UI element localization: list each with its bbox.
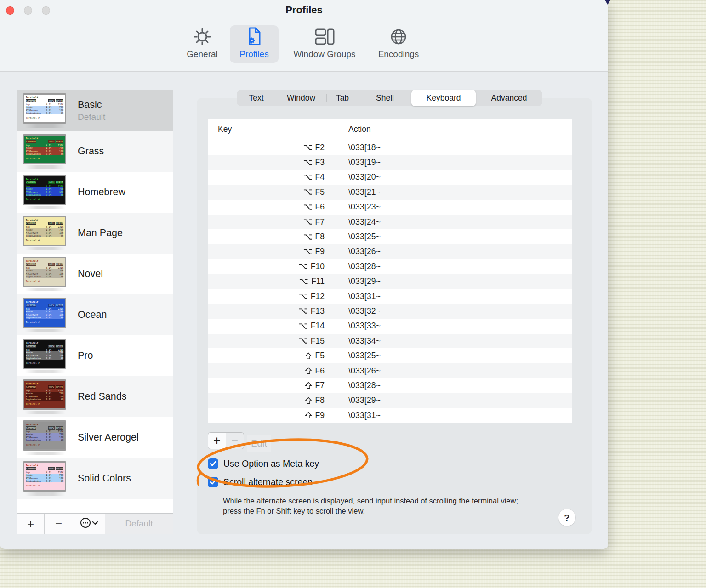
profile-row-man-page[interactable]: Terminal#COMMAND%CPURPRVTtop4.1%231KXcod…: [17, 213, 173, 254]
key-binding-row-shift-f8[interactable]: F8\033[29~: [208, 393, 572, 408]
checkbox-checked-icon[interactable]: [208, 477, 218, 487]
title-bar: Profiles GeneralProfilesWindow GroupsEnc…: [0, 0, 608, 72]
key-binding-row-shift-f7[interactable]: F7\033[28~: [208, 378, 572, 393]
profile-row-novel[interactable]: Terminal#COMMAND%CPURPRVTtop4.1%231KXcod…: [17, 254, 173, 294]
key-binding-row-option-f15[interactable]: F15\033[34~: [208, 334, 572, 348]
key-binding-row-option-f6[interactable]: F6\033[23~: [208, 200, 572, 215]
profile-name: Ocean: [78, 309, 107, 321]
profile-thumbnail: Terminal#COMMAND%CPURPRVTtop4.1%231KXcod…: [23, 216, 66, 246]
key-binding-row-option-f5[interactable]: F5\033[21~: [208, 185, 572, 199]
profile-row-red-sands[interactable]: Terminal#COMMAND%CPURPRVTtop4.1%231KXcod…: [17, 376, 173, 417]
checkbox-checked-icon[interactable]: [208, 458, 218, 469]
profile-subtitle: Default: [78, 112, 105, 122]
profile-thumbnail: Terminal#COMMAND%CPURPRVTtop4.1%231KXcod…: [23, 461, 66, 492]
key-binding-row-option-f7[interactable]: F7\033[24~: [208, 215, 572, 229]
key-cell: F13: [208, 306, 336, 316]
key-cell: F8: [208, 396, 336, 405]
key-binding-row-option-f3[interactable]: F3\033[19~: [208, 155, 572, 170]
option-key-icon: [299, 338, 307, 344]
option-key-icon: [299, 263, 307, 270]
column-header-action[interactable]: Action: [336, 124, 371, 134]
key-binding-row-option-f13[interactable]: F13\033[32~: [208, 304, 572, 318]
profile-name: Pro: [78, 350, 93, 362]
profile-thumbnail: Terminal#COMMAND%CPURPRVTtop4.1%231KXcod…: [23, 175, 66, 205]
thumbnail-reflection: [25, 329, 65, 332]
tab-text[interactable]: Text: [237, 90, 276, 106]
action-cell: \033[29~: [336, 396, 381, 405]
key-cell: F2: [208, 143, 336, 153]
profile-row-basic[interactable]: Terminal#COMMAND%CPURPRVTtop4.1%231KXcod…: [17, 90, 173, 131]
tab-window[interactable]: Window: [276, 90, 326, 106]
key-name: F3: [315, 158, 325, 167]
tab-shell[interactable]: Shell: [359, 90, 411, 106]
toolbar-item-general[interactable]: General: [182, 25, 222, 63]
profile-row-ocean[interactable]: Terminal#COMMAND%CPURPRVTtop4.1%231KXcod…: [17, 294, 173, 335]
action-cell: \033[19~: [336, 158, 381, 167]
key-cell: F15: [208, 336, 336, 346]
key-binding-row-shift-f6[interactable]: F6\033[26~: [208, 363, 572, 378]
checkbox-label: Scroll alternate screen: [223, 477, 313, 487]
preferences-window: Profiles GeneralProfilesWindow GroupsEnc…: [0, 0, 608, 549]
key-binding-row-option-f4[interactable]: F4\033[20~: [208, 170, 572, 185]
toolbar-item-window-groups[interactable]: Window Groups: [287, 25, 362, 63]
table-body: F2\033[18~F3\033[19~F4\033[20~F5\033[21~…: [208, 140, 572, 423]
thumbnail-reflection: [25, 124, 65, 128]
action-cell: \033[32~: [336, 306, 381, 316]
globe-icon: [388, 25, 409, 48]
profile-row-silver-aerogel[interactable]: Terminal#COMMAND%CPURPRVTtop4.1%231KXcod…: [17, 417, 173, 458]
toolbar-item-profiles[interactable]: Profiles: [230, 25, 279, 63]
shift-key-icon: [305, 367, 312, 374]
add-profile-button[interactable]: +: [17, 514, 45, 534]
remove-key-button[interactable]: −: [226, 432, 244, 449]
key-name: F7: [315, 381, 325, 390]
key-name: F5: [315, 187, 325, 197]
key-binding-row-option-f2[interactable]: F2\033[18~: [208, 140, 572, 155]
tab-tab[interactable]: Tab: [326, 90, 359, 106]
key-binding-row-shift-f9[interactable]: F9\033[31~: [208, 408, 572, 423]
profile-row-homebrew[interactable]: Terminal#COMMAND%CPURPRVTtop4.1%231KXcod…: [17, 172, 173, 213]
alternate-screen-help-text: While the alternate screen is displayed,…: [223, 496, 524, 516]
key-cell: F5: [208, 351, 336, 361]
remove-profile-button[interactable]: −: [45, 514, 73, 534]
profile-tabs: TextWindowTabShellKeyboardAdvanced: [237, 90, 542, 106]
profile-rows: Terminal#COMMAND%CPURPRVTtop4.1%231KXcod…: [17, 90, 173, 499]
column-header-key[interactable]: Key: [208, 124, 336, 134]
key-name: F7: [315, 217, 325, 227]
window-groups-icon: [313, 25, 336, 48]
shift-key-icon: [305, 382, 312, 389]
key-name: F11: [311, 277, 325, 286]
add-key-button[interactable]: +: [208, 432, 226, 449]
profile-row-solid-colors[interactable]: Terminal#COMMAND%CPURPRVTtop4.1%231KXcod…: [17, 458, 173, 499]
key-binding-row-option-f11[interactable]: F11\033[29~: [208, 274, 572, 289]
profile-name: Novel: [78, 268, 103, 280]
tab-keyboard[interactable]: Keyboard: [411, 90, 476, 106]
action-cell: \033[33~: [336, 321, 381, 331]
key-name: F9: [315, 411, 325, 420]
default-button[interactable]: Default: [105, 514, 173, 534]
profile-thumbnail: Terminal#COMMAND%CPURPRVTtop4.1%231KXcod…: [23, 298, 66, 328]
document-gear-icon: [244, 25, 265, 48]
action-cell: \033[26~: [336, 366, 381, 376]
key-name: F14: [311, 321, 325, 331]
window-title: Profiles: [0, 4, 608, 16]
thumbnail-reflection: [25, 288, 65, 291]
key-cell: F9: [208, 247, 336, 256]
help-button[interactable]: ?: [558, 509, 575, 526]
key-binding-row-option-f9[interactable]: F9\033[26~: [208, 244, 572, 259]
key-binding-row-option-f8[interactable]: F8\033[25~: [208, 229, 572, 244]
key-binding-row-option-f12[interactable]: F12\033[31~: [208, 289, 572, 304]
profile-row-grass[interactable]: Terminal#COMMAND%CPURPRVTtop4.1%231KXcod…: [17, 131, 173, 172]
key-cell: F4: [208, 172, 336, 182]
toolbar-item-encodings[interactable]: Encodings: [373, 25, 424, 63]
key-binding-row-shift-f5[interactable]: F5\033[25~: [208, 348, 572, 363]
profile-row-pro[interactable]: Terminal#COMMAND%CPURPRVTtop4.1%231KXcod…: [17, 335, 173, 376]
profile-actions-button[interactable]: [73, 514, 105, 534]
edit-key-button[interactable]: Edit: [247, 435, 271, 452]
key-binding-row-option-f14[interactable]: F14\033[33~: [208, 319, 572, 334]
tab-advanced[interactable]: Advanced: [476, 90, 542, 106]
window-corner-artifact: [605, 0, 610, 5]
checkbox-scroll-alternate-screen[interactable]: Scroll alternate screen: [208, 477, 313, 487]
checkbox-use-option-as-meta-key[interactable]: Use Option as Meta key: [208, 458, 319, 469]
key-name: F8: [315, 396, 325, 405]
key-binding-row-option-f10[interactable]: F10\033[28~: [208, 259, 572, 274]
